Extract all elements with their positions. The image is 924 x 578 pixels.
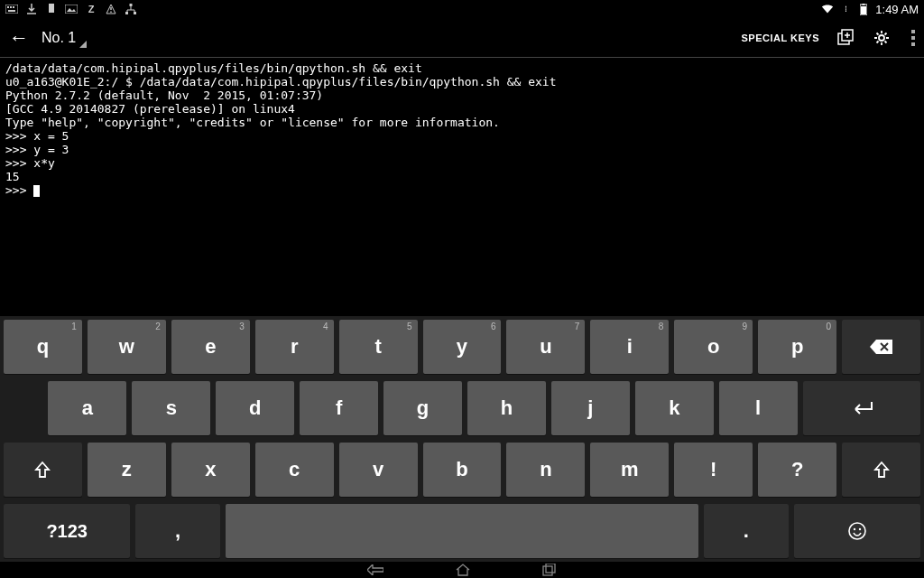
key-z[interactable]: z [88, 443, 166, 497]
svg-rect-24 [546, 564, 555, 573]
key-backspace[interactable] [842, 320, 920, 374]
svg-point-22 [859, 528, 861, 530]
cursor [33, 185, 40, 197]
key-row-4: ?123 , . [0, 500, 924, 562]
key-row-1: 1q 2w 3e 4r 5t 6y 7u 8i 9o 0p [0, 316, 924, 378]
svg-rect-15 [863, 4, 865, 5]
key-comma[interactable]: , [135, 504, 220, 558]
key-v[interactable]: v [339, 443, 418, 497]
key-q[interactable]: 1q [4, 320, 82, 374]
key-period[interactable]: . [704, 504, 789, 558]
svg-rect-16 [861, 6, 866, 14]
key-t[interactable]: 5t [339, 320, 418, 374]
svg-rect-6 [65, 5, 78, 14]
key-row-2: a s d f g h j k l [0, 378, 924, 439]
android-nav-bar [0, 562, 924, 578]
svg-rect-2 [10, 6, 12, 8]
terminal-output[interactable]: /data/data/com.hipipal.qpyplus/files/bin… [0, 58, 924, 316]
key-space[interactable] [226, 504, 698, 558]
key-o[interactable]: 9o [674, 320, 753, 374]
on-screen-keyboard: 1q 2w 3e 4r 5t 6y 7u 8i 9o 0p a s d f g … [0, 316, 924, 562]
key-b[interactable]: b [423, 443, 502, 497]
key-i[interactable]: 8i [590, 320, 669, 374]
key-symbols[interactable]: ?123 [4, 504, 130, 558]
svg-point-20 [849, 523, 865, 539]
key-shift-left[interactable] [4, 443, 82, 497]
status-left: Z [5, 3, 137, 15]
key-x[interactable]: x [171, 443, 250, 497]
wifi-icon [821, 3, 834, 15]
warning-icon [105, 3, 117, 15]
key-m[interactable]: m [590, 443, 669, 497]
key-row-3: z x c v b n m ! ? [0, 439, 924, 500]
terminal-line: >>> x*y [5, 156, 55, 170]
new-window-icon[interactable] [836, 28, 855, 48]
key-enter[interactable] [803, 381, 920, 435]
key-shift-right[interactable] [842, 443, 920, 497]
svg-point-21 [854, 528, 855, 530]
notification-icon [45, 3, 58, 15]
key-r[interactable]: 4r [255, 320, 334, 374]
svg-rect-11 [125, 12, 128, 14]
keyboard-icon [5, 3, 18, 15]
battery-icon [857, 3, 870, 15]
nav-recent-icon[interactable] [542, 564, 557, 576]
key-h[interactable]: h [467, 381, 546, 435]
key-k[interactable]: k [635, 381, 714, 435]
gear-icon[interactable] [872, 28, 892, 48]
terminal-line: Python 2.7.2 (default, Nov 2 2015, 01:07… [5, 89, 323, 102]
image-icon [65, 3, 78, 15]
terminal-line: >>> y = 3 [5, 143, 69, 156]
clock: 1:49 AM [875, 3, 919, 16]
nav-back-icon[interactable] [367, 564, 383, 575]
key-f[interactable]: f [300, 381, 378, 435]
key-emoji[interactable] [794, 504, 920, 558]
session-title[interactable]: No. 1 [42, 30, 85, 46]
key-e[interactable]: 3e [171, 320, 250, 374]
terminal-line: [GCC 4.9 20140827 (prerelease)] on linux… [5, 102, 295, 116]
key-c[interactable]: c [255, 443, 334, 497]
svg-rect-23 [543, 566, 552, 575]
key-y[interactable]: 6y [423, 320, 502, 374]
nav-home-icon[interactable] [456, 564, 470, 576]
key-l[interactable]: l [719, 381, 798, 435]
terminal-prompt: >>> [5, 183, 33, 197]
key-a[interactable]: a [48, 381, 126, 435]
key-exclaim[interactable]: ! [674, 443, 753, 497]
network-icon [125, 3, 137, 15]
svg-rect-5 [49, 4, 54, 13]
key-u[interactable]: 7u [506, 320, 585, 374]
key-question[interactable]: ? [758, 443, 836, 497]
terminal-line: Type "help", "copyright", "credits" or "… [5, 116, 500, 129]
key-w[interactable]: 2w [88, 320, 166, 374]
app-bar: ← No. 1 SPECIAL KEYS [0, 18, 924, 58]
terminal-line: 15 [5, 170, 20, 183]
key-s[interactable]: s [132, 381, 210, 435]
svg-rect-10 [110, 12, 111, 13]
svg-rect-0 [5, 5, 18, 14]
svg-marker-7 [67, 8, 76, 12]
back-button[interactable]: ← [5, 26, 32, 50]
terminal-line: u0_a163@K01E_2:/ $ /data/data/com.hipipa… [5, 75, 556, 89]
terminal-line: /data/data/com.hipipal.qpyplus/files/bin… [5, 61, 422, 75]
status-right: ⁞ 1:49 AM [821, 3, 919, 16]
overflow-menu-icon[interactable] [908, 30, 919, 46]
svg-point-19 [879, 35, 884, 41]
svg-rect-9 [110, 7, 111, 10]
svg-rect-12 [134, 12, 136, 14]
download-icon [25, 3, 38, 15]
svg-rect-4 [8, 10, 15, 12]
special-keys-button[interactable]: SPECIAL KEYS [742, 33, 820, 43]
svg-rect-1 [7, 6, 9, 8]
terminal-line: >>> x = 5 [5, 129, 69, 143]
key-n[interactable]: n [506, 443, 585, 497]
svg-rect-13 [130, 4, 133, 6]
key-g[interactable]: g [383, 381, 462, 435]
key-p[interactable]: 0p [758, 320, 836, 374]
key-d[interactable]: d [216, 381, 294, 435]
signal-icon: ⁞ [839, 3, 852, 15]
z-icon: Z [85, 3, 97, 15]
android-status-bar: Z ⁞ 1:49 AM [0, 0, 924, 18]
svg-rect-3 [13, 6, 14, 8]
key-j[interactable]: j [551, 381, 630, 435]
